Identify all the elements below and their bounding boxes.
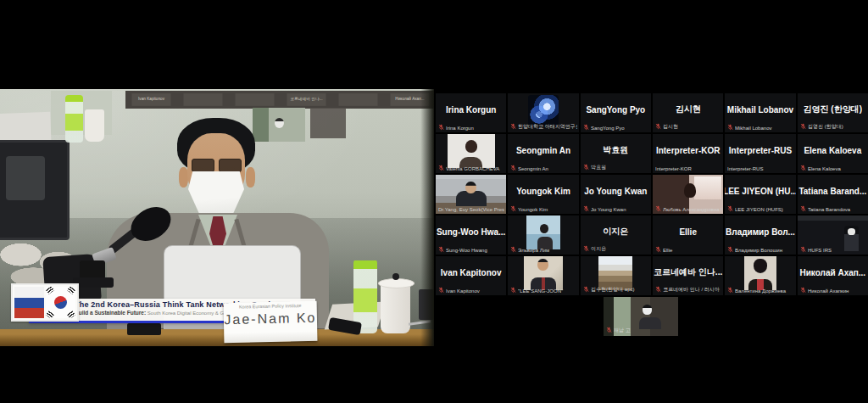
projected-speaker-thumbnail <box>253 108 305 142</box>
participant-name: Sung-Woo Hwa... <box>436 215 506 248</box>
participant-label-bar: "LEE SANG-JOON" <box>510 287 576 294</box>
projected-participant-label: Ivan Kapitonov <box>131 93 170 106</box>
video-edge-shade <box>420 89 434 346</box>
participant-label-bar: 이지은 <box>583 244 649 253</box>
participant-tile[interactable]: Любовь Александровна Безр... <box>653 175 723 214</box>
participant-tile[interactable]: 재남 고 <box>604 297 678 336</box>
participant-label: Mikhail Lobanov <box>735 125 772 130</box>
participant-name: 김영진 (한양대) <box>798 93 868 126</box>
seminar-subtitle-lead: Build a Sustainable Future: <box>75 310 146 316</box>
participant-tile[interactable]: Seongmin AnSeongmin An <box>508 134 578 173</box>
participant-tile[interactable]: Interpreter-RUSInterpreter-RUS <box>725 134 795 173</box>
participant-tile[interactable]: SangYong PyoSangYong Pyo <box>581 93 651 132</box>
participant-tile[interactable]: Youngok KimYoungok Kim <box>508 175 578 214</box>
participant-name: Николай Ахап... <box>798 256 868 288</box>
participant-label: Валентина Доржиева <box>735 288 786 293</box>
participant-tile[interactable]: Николай Ахап...Николай Ахапкин <box>798 256 868 295</box>
projected-participant-label <box>338 93 377 106</box>
participant-tile[interactable]: Jo Young KwanJo Young Kwan <box>581 175 651 214</box>
participant-label-bar: Ellie <box>655 246 721 253</box>
projected-participant-label: 코르네예바 인나... <box>287 93 326 106</box>
participant-label: "LEE SANG-JOON" <box>518 288 563 293</box>
participant-tile[interactable]: 김수현(한양대 apc) <box>581 256 651 295</box>
mic-muted-icon <box>583 245 589 252</box>
paper-cup-lid <box>381 283 410 333</box>
participant-tile[interactable]: Эльвира Лим <box>508 215 578 255</box>
mic-muted-icon <box>583 164 589 171</box>
participant-name: Seongmin An <box>508 134 578 166</box>
participant-tile[interactable]: 김영진 (한양대)김영진 (한양대) <box>798 93 868 132</box>
participant-name <box>581 256 651 288</box>
participant-tile[interactable]: LEE JIYEON (HU...LEE JIYEON (HUFS) <box>725 175 795 214</box>
participant-name: Elena Kaloeva <box>798 134 868 166</box>
participant-tile[interactable]: 김시현김시현 <box>653 93 723 132</box>
participant-name: 박효원 <box>581 134 651 166</box>
participant-tile[interactable]: Tatiana Barand...Tatiana Barandova <box>798 175 868 214</box>
participant-tile[interactable]: 코르네예바 인나...코르네예바 인나 / 러시아 <box>653 256 723 295</box>
participant-label-bar: SangYong Pyo <box>583 124 649 131</box>
participant-label: Interpreter-KOR <box>655 165 692 171</box>
participant-label: Dr.Yang, Euy Seok(Vice President... <box>438 206 504 211</box>
mic-muted-icon <box>583 205 589 212</box>
participant-label-bar: 재남 고 <box>606 326 676 334</box>
mic-muted-icon <box>727 287 733 294</box>
participant-tile[interactable]: Mikhail LobanovMikhail Lobanov <box>725 93 795 132</box>
nameplate-affiliation: Korea Eurasian Policy Institute <box>228 303 312 309</box>
participant-label-bar: Youngok Kim <box>510 205 576 212</box>
microphone-base <box>73 277 114 288</box>
participant-label: Ellie <box>663 247 672 252</box>
mic-muted-icon <box>510 165 516 171</box>
participant-tile[interactable]: HUFS IRS <box>798 215 868 255</box>
participant-tile[interactable]: Dr.Yang, Euy Seok(Vice President... <box>436 175 506 214</box>
participant-tile[interactable]: Валентина Доржиева <box>725 256 795 295</box>
russia-flag-icon <box>14 287 44 318</box>
participant-tile[interactable]: 한양대학교 아태지역연구센터 <box>508 93 578 132</box>
mic-muted-icon <box>655 123 661 130</box>
green-bottle-back <box>65 95 83 143</box>
participant-tile[interactable]: 이지은이지은 <box>581 215 651 255</box>
participant-tile[interactable]: 박효원박효원 <box>581 134 651 173</box>
participant-name: Jo Young Kwan <box>581 175 651 207</box>
participant-label-bar: Владимир Волошин <box>727 246 793 253</box>
participant-name <box>508 215 578 248</box>
participant-tile[interactable]: Elena KaloevaElena Kaloeva <box>798 134 868 173</box>
participant-label-bar: Валентина Доржиева <box>727 287 793 294</box>
mic-muted-icon <box>800 205 806 212</box>
participant-label: 코르네예바 인나 / 러시아 <box>663 286 720 294</box>
participant-grid: Irina KorgunIrina Korgun한양대학교 아태지역연구센터Sa… <box>436 93 868 295</box>
speaker-room-video[interactable]: Ivan Kapitonov코르네예바 인나...Николай Ахап...… <box>0 89 434 346</box>
participant-tile[interactable]: Irina KorgunIrina Korgun <box>436 93 506 132</box>
participant-label-bar: Elena Kaloeva <box>800 165 866 171</box>
participant-tile[interactable]: Sung-Woo Hwa...Sung-Woo Hwang <box>436 215 506 255</box>
participant-name: 코르네예바 인나... <box>653 256 723 288</box>
participant-label: 한양대학교 아태지역연구센터 <box>518 123 576 131</box>
participant-label-bar: Jo Young Kwan <box>583 205 649 212</box>
participant-tile[interactable]: "LEE SANG-JOON" <box>508 256 578 295</box>
participant-name: Interpreter-KOR <box>653 134 723 166</box>
mic-muted-icon <box>727 246 733 253</box>
participant-label: Elena Kaloeva <box>808 165 841 171</box>
participant-label-bar: HUFS IRS <box>800 246 866 253</box>
mic-muted-icon <box>438 165 444 171</box>
mic-muted-icon <box>727 124 733 131</box>
participant-tile[interactable]: EllieEllie <box>653 215 723 255</box>
participant-name: Irina Korgun <box>436 93 506 126</box>
participant-name <box>436 134 506 166</box>
participant-tile[interactable]: Владимир Вол...Владимир Волошин <box>725 215 795 255</box>
participant-label-bar: Mikhail Lobanov <box>727 124 793 131</box>
speaker-nameplate: Korea Eurasian Policy Institute Jae-Nam … <box>224 301 318 343</box>
participant-name <box>798 215 868 248</box>
participant-tile[interactable]: Interpreter-KORInterpreter-KOR <box>653 134 723 173</box>
participant-tile[interactable]: Ivan KapitonovIvan Kapitonov <box>436 256 506 295</box>
projected-participant-label <box>235 93 274 106</box>
participant-name: Interpreter-RUS <box>725 134 795 166</box>
participant-label-bar: Николай Ахапкин <box>800 287 866 294</box>
participant-name <box>725 256 795 288</box>
participant-label: 박효원 <box>591 164 606 171</box>
participant-name <box>436 175 506 207</box>
participant-label: Jo Young Kwan <box>591 206 626 211</box>
participant-label: Seongmin An <box>518 165 548 171</box>
mic-muted-icon <box>800 165 806 171</box>
participant-tile[interactable]: Valeriia GORBACHEVA <box>436 134 506 173</box>
participant-name: 김시현 <box>653 93 723 126</box>
